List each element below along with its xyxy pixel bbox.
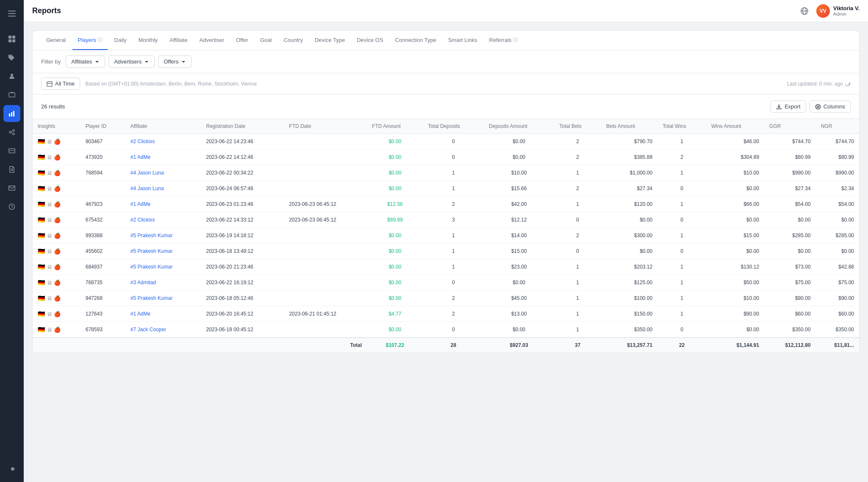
sidebar-item-tags[interactable] [3, 49, 20, 66]
total-bets-amount: $13,257.71 [601, 338, 657, 353]
table-toolbar: 26 results Export Columns [33, 94, 859, 119]
cell-total-bets: 0 [554, 244, 601, 259]
tab-advertiser[interactable]: Advertiser [194, 31, 229, 50]
sidebar-item-dashboard[interactable] [3, 30, 20, 47]
cell-ftd-amount: $0.00 [367, 275, 423, 291]
cell-total-bets: 1 [554, 165, 601, 181]
globe-icon[interactable] [798, 4, 811, 18]
sidebar-item-affiliates[interactable] [3, 86, 20, 103]
tab-connection-type[interactable]: Connection Type [390, 31, 441, 50]
cell-ftd-date [284, 291, 367, 306]
cell-insights: 🇩🇪 🖥 🍎 [33, 212, 81, 228]
cell-ggr: $350.00 [764, 322, 816, 338]
tab-smart-links[interactable]: Smart Links [443, 31, 482, 50]
sidebar-item-smartlinks[interactable] [3, 124, 20, 141]
tab-affiliate[interactable]: Affiliate [164, 31, 192, 50]
col-total-deposits: Total Deposits [423, 119, 484, 134]
user-name: Viktoria V. [833, 5, 860, 11]
sidebar-menu-toggle[interactable] [3, 5, 20, 22]
cell-bets-amount: $790.70 [601, 134, 657, 150]
country-flag: 🇩🇪 [38, 295, 45, 302]
device-mobile-icon: 🍎 [54, 248, 61, 255]
cell-total-wins: 1 [657, 275, 706, 291]
cell-ftd-date [284, 134, 367, 150]
tab-referrals[interactable]: Referrals ⓘ [484, 31, 523, 50]
page-title: Reports [32, 6, 798, 15]
cell-reg-date: 2023-06-23 01:23:46 [201, 197, 284, 212]
cell-ngr: $90.00 [816, 291, 859, 306]
col-player-id: Player ID [81, 119, 125, 134]
cell-ngr: $80.99 [816, 150, 859, 165]
cell-total-deposits: 0 [423, 322, 484, 338]
cell-total-deposits: 2 [423, 306, 484, 322]
table-row: 🇩🇪 🖥 🍎 473920 #1 AdMe 2023-06-22 14:12:4… [33, 150, 859, 165]
cell-wins-amount: $15.00 [706, 228, 764, 244]
cell-ftd-amount: $0.00 [367, 244, 423, 259]
tab-goal[interactable]: Goal [255, 31, 277, 50]
tab-daily[interactable]: Daily [109, 31, 132, 50]
sidebar-item-documents[interactable] [3, 161, 20, 178]
cell-ggr: $27.34 [764, 181, 816, 197]
cell-total-bets: 1 [554, 306, 601, 322]
device-mobile-icon: 🍎 [54, 327, 61, 333]
advertisers-filter[interactable]: Advertisers [108, 55, 155, 68]
device-mobile-icon: 🍎 [54, 154, 61, 161]
date-range-button[interactable]: All Time [41, 78, 80, 90]
sidebar-item-payments[interactable] [3, 142, 20, 159]
tab-general[interactable]: General [41, 31, 71, 50]
svg-point-13 [13, 130, 14, 131]
cell-affiliate[interactable]: #7 Jack Cooper [125, 322, 201, 338]
export-button[interactable]: Export [771, 100, 806, 113]
cell-player-id: 473920 [81, 150, 125, 165]
cell-deposits-amount: $15.00 [484, 244, 554, 259]
cell-affiliate[interactable]: #5 Prakesh Kumar [125, 228, 201, 244]
col-deposits-amount: Deposits Amount [484, 119, 554, 134]
cell-ftd-date [284, 228, 367, 244]
user-profile[interactable]: VV Viktoria V. Admin [816, 4, 860, 18]
tab-device-os[interactable]: Device OS [352, 31, 388, 50]
cell-player-id: 678593 [81, 322, 125, 338]
cell-insights: 🇩🇪 🖥 🍎 [33, 228, 81, 244]
sidebar-item-settings[interactable] [3, 460, 20, 477]
tab-monthly[interactable]: Monthly [134, 31, 163, 50]
cell-affiliate[interactable]: #4 Jason Luna [125, 165, 201, 181]
device-desktop-icon: 🖥 [47, 295, 52, 302]
affiliates-filter[interactable]: Affiliates [66, 55, 105, 68]
sidebar-item-email[interactable] [3, 180, 20, 197]
cell-ggr: $0.00 [764, 212, 816, 228]
svg-point-12 [9, 131, 11, 133]
device-mobile-icon: 🍎 [54, 139, 61, 145]
cell-total-deposits: 0 [423, 275, 484, 291]
cell-insights: 🇩🇪 🖥 🍎 [33, 181, 81, 197]
tab-offer[interactable]: Offer [231, 31, 253, 50]
cell-affiliate[interactable]: #5 Prakesh Kumar [125, 244, 201, 259]
svg-rect-8 [9, 93, 15, 97]
svg-rect-10 [11, 112, 12, 116]
cell-affiliate[interactable]: #1 AdMe [125, 150, 201, 165]
tab-players[interactable]: Players ⓘ [72, 31, 107, 50]
sidebar-item-reports[interactable] [3, 105, 20, 122]
cell-reg-date: 2023-06-22 00:34:22 [201, 165, 284, 181]
offers-filter[interactable]: Offers [158, 55, 192, 68]
tab-device-type[interactable]: Device Type [310, 31, 350, 50]
device-mobile-icon: 🍎 [54, 217, 61, 223]
columns-button[interactable]: Columns [810, 100, 851, 113]
cell-affiliate[interactable]: #1 AdMe [125, 197, 201, 212]
cell-affiliate[interactable]: #4 Jason Luna [125, 181, 201, 197]
cell-affiliate[interactable]: #5 Prakesh Kumar [125, 259, 201, 275]
main-content: Reports VV Viktoria V. Admin General Pla… [24, 0, 868, 482]
sidebar-item-users[interactable] [3, 68, 20, 85]
cell-total-wins: 1 [657, 306, 706, 322]
tab-country[interactable]: Country [278, 31, 308, 50]
cell-affiliate[interactable]: #2 Clickixs [125, 212, 201, 228]
cell-reg-date: 2023-06-18 05:12:46 [201, 291, 284, 306]
cell-wins-amount: $10.00 [706, 291, 764, 306]
cell-affiliate[interactable]: #5 Prakesh Kumar [125, 291, 201, 306]
sidebar-item-history[interactable] [3, 198, 20, 215]
cell-affiliate[interactable]: #2 Clickixs [125, 134, 201, 150]
cell-deposits-amount: $0.00 [484, 134, 554, 150]
cell-affiliate[interactable]: #3 Admitad [125, 275, 201, 291]
table-header-row: Insights Player ID Affiliate Registratio… [33, 119, 859, 134]
cell-affiliate[interactable]: #1 AdMe [125, 306, 201, 322]
cell-bets-amount: $1,000.00 [601, 165, 657, 181]
